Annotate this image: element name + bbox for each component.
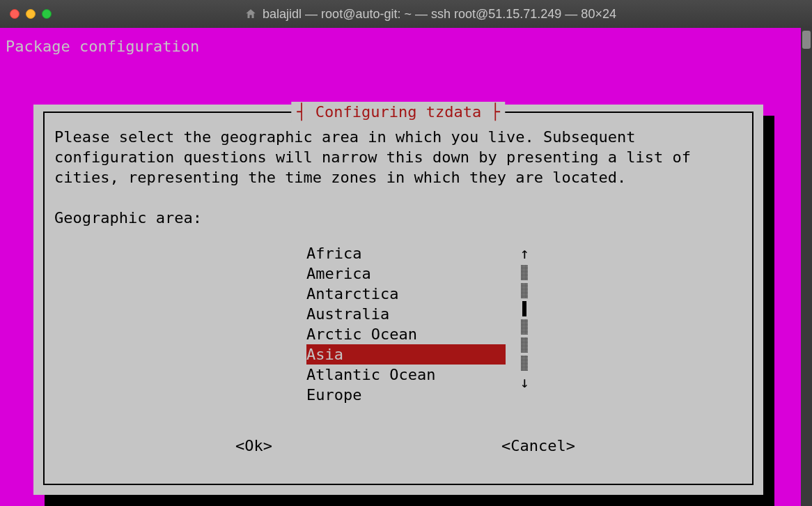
- traffic-lights: [10, 9, 52, 19]
- package-config-header: Package configuration: [6, 33, 806, 62]
- dialog-frame: ┤ Configuring tzdata ├ Please select the…: [43, 112, 754, 485]
- window-scroll-thumb[interactable]: [802, 31, 811, 49]
- list-item-selected[interactable]: Asia: [306, 344, 506, 365]
- window-scrollbar[interactable]: [801, 28, 812, 506]
- list-item[interactable]: Africa: [306, 243, 506, 263]
- list-scrollbar[interactable]: ↑ ↓: [520, 243, 529, 392]
- dialog-buttons: <Ok> <Cancel>: [54, 436, 742, 456]
- scroll-up-icon[interactable]: ↑: [520, 243, 529, 263]
- dialog-instruction: Please select the geographic area in whi…: [54, 127, 742, 187]
- scroll-track: [521, 337, 528, 353]
- scroll-track: [521, 355, 528, 371]
- window-title: balajidl — root@auto-git: ~ — ssh root@5…: [263, 7, 616, 22]
- scroll-track: [521, 265, 528, 280]
- titlebar: balajidl — root@auto-git: ~ — ssh root@5…: [0, 0, 812, 28]
- minimize-window-button[interactable]: [26, 9, 36, 19]
- list-item[interactable]: America: [306, 263, 506, 284]
- maximize-window-button[interactable]: [42, 9, 52, 19]
- close-window-button[interactable]: [10, 9, 19, 19]
- dialog-title-text: Configuring tzdata: [315, 103, 481, 121]
- scroll-track: [521, 283, 528, 298]
- window-title-area: balajidl — root@auto-git: ~ — ssh root@5…: [58, 7, 802, 22]
- scroll-track: [521, 319, 528, 335]
- scroll-down-icon[interactable]: ↓: [520, 372, 529, 392]
- scroll-thumb[interactable]: [522, 301, 526, 316]
- tzdata-dialog: ┤ Configuring tzdata ├ Please select the…: [33, 105, 763, 495]
- geographic-area-list[interactable]: Africa America Antarctica Australia Arct…: [54, 243, 742, 405]
- dialog-title: ┤ Configuring tzdata ├: [291, 102, 505, 122]
- list-item[interactable]: Atlantic Ocean: [306, 365, 506, 385]
- home-icon: [244, 8, 257, 20]
- terminal-body[interactable]: Package configuration ┤ Configuring tzda…: [0, 28, 812, 506]
- list-item[interactable]: Antarctica: [306, 284, 506, 304]
- dialog-body: Please select the geographic area in whi…: [45, 113, 752, 412]
- cancel-button[interactable]: <Cancel>: [501, 436, 575, 456]
- terminal-window: balajidl — root@auto-git: ~ — ssh root@5…: [0, 0, 812, 506]
- dialog-prompt: Geographic area:: [54, 208, 742, 228]
- ok-button[interactable]: <Ok>: [235, 436, 272, 456]
- list-column: Africa America Antarctica Australia Arct…: [306, 243, 506, 405]
- list-item[interactable]: Australia: [306, 304, 506, 324]
- list-item[interactable]: Europe: [306, 385, 506, 405]
- list-item[interactable]: Arctic Ocean: [306, 324, 506, 344]
